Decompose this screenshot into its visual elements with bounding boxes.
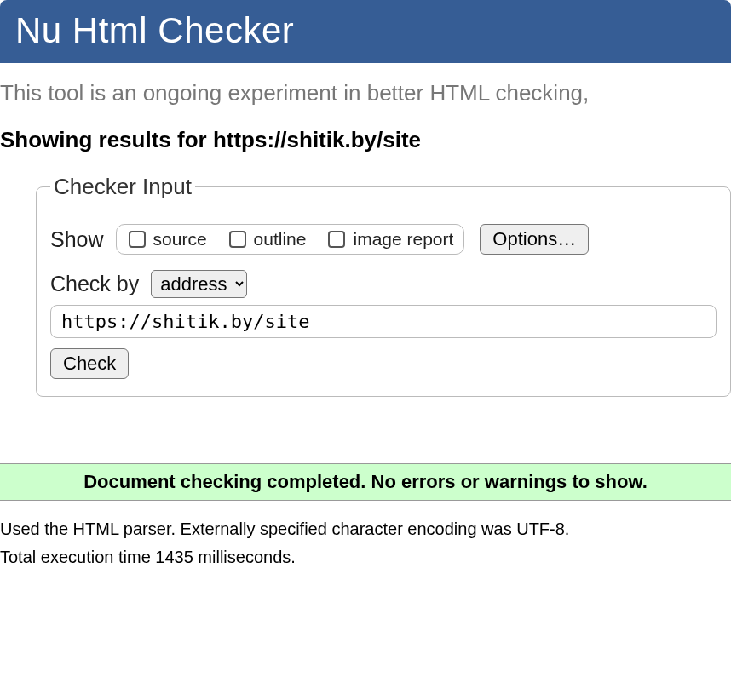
checker-input-fieldset: Checker Input Show source outline image … [36,174,731,397]
check-button[interactable]: Check [50,348,129,379]
success-message: Document checking completed. No errors o… [0,463,731,501]
outline-checkbox-item[interactable]: outline [226,228,307,250]
checker-input-legend: Checker Input [50,174,195,200]
results-for-heading: Showing results for https://shitik.by/si… [0,127,731,153]
url-input[interactable] [50,305,717,338]
options-button[interactable]: Options… [480,224,589,255]
show-checkbox-group: source outline image report [116,224,465,255]
outline-checkbox[interactable] [229,231,246,248]
outline-checkbox-label: outline [254,229,307,250]
checkby-select[interactable]: address [151,270,247,298]
show-row: Show source outline image report Options… [50,224,717,255]
show-label: Show [50,227,104,252]
intro-text: This tool is an ongoing experiment in be… [0,80,731,106]
source-checkbox-item[interactable]: source [125,228,207,250]
image-report-checkbox-item[interactable]: image report [325,228,453,250]
source-checkbox[interactable] [129,231,146,248]
image-report-checkbox-label: image report [353,229,453,250]
app-title: Nu Html Checker [15,10,716,51]
parser-info: Used the HTML parser. Externally specifi… [0,519,731,539]
checkby-label: Check by [50,272,139,296]
banner: Nu Html Checker [0,0,731,63]
execution-time: Total execution time 1435 milliseconds. [0,548,731,567]
checkby-row: Check by address [50,270,717,298]
image-report-checkbox[interactable] [328,231,345,248]
source-checkbox-label: source [153,229,207,250]
